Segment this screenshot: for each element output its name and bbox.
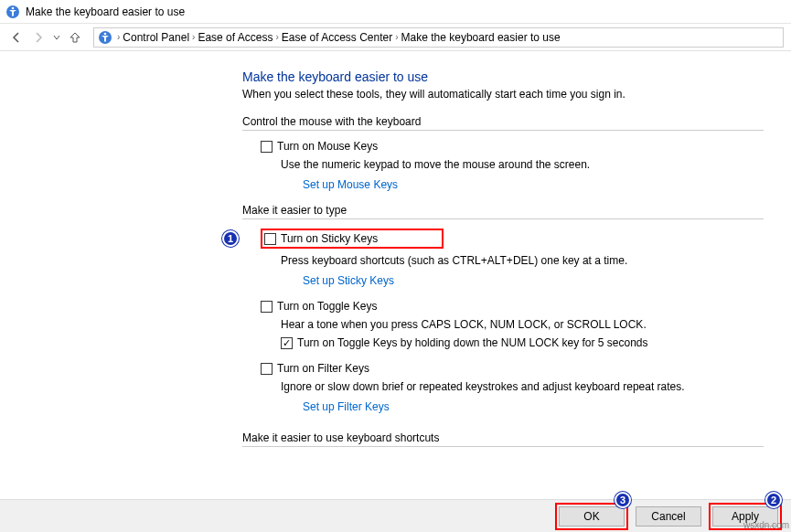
svg-point-3: [104, 32, 107, 35]
mouse-keys-desc: Use the numeric keypad to move the mouse…: [281, 158, 764, 171]
setup-sticky-keys-link[interactable]: Set up Sticky Keys: [303, 274, 764, 287]
page-subheading: When you select these tools, they will a…: [242, 88, 764, 101]
button-bar: 3 OK Cancel 2 Apply: [0, 499, 791, 532]
section-easier-type: Make it easier to type: [242, 204, 764, 219]
svg-point-1: [12, 6, 15, 9]
filter-keys-checkbox[interactable]: [261, 363, 273, 375]
mouse-keys-label[interactable]: Turn on Mouse Keys: [277, 140, 378, 153]
cancel-button[interactable]: Cancel: [636, 506, 701, 527]
accessibility-icon: [98, 30, 112, 45]
toggle-keys-checkbox[interactable]: [261, 301, 273, 313]
setup-mouse-keys-link[interactable]: Set up Mouse Keys: [303, 178, 764, 191]
mouse-keys-checkbox[interactable]: [261, 141, 273, 153]
sticky-keys-label[interactable]: Turn on Sticky Keys: [281, 232, 378, 245]
window-title: Make the keyboard easier to use: [26, 5, 185, 18]
section-control-mouse: Control the mouse with the keyboard: [242, 115, 764, 131]
annotation-marker-3: 3: [615, 492, 631, 508]
option-filter-keys: Turn on Filter Keys Ignore or slow down …: [261, 362, 764, 413]
toggle-keys-label[interactable]: Turn on Toggle Keys: [277, 300, 377, 313]
forward-button[interactable]: [29, 28, 48, 47]
page-heading: Make the keyboard easier to use: [242, 69, 764, 84]
sticky-keys-desc: Press keyboard shortcuts (such as CTRL+A…: [281, 254, 764, 267]
up-button[interactable]: [66, 28, 84, 47]
option-toggle-keys: Turn on Toggle Keys Hear a tone when you…: [261, 300, 764, 349]
breadcrumb-item[interactable]: Control Panel: [123, 31, 189, 44]
option-mouse-keys: Turn on Mouse Keys Use the numeric keypa…: [261, 140, 764, 191]
sticky-keys-checkbox[interactable]: [264, 233, 276, 245]
chevron-right-icon[interactable]: ›: [117, 32, 120, 42]
annotation-marker-2: 2: [765, 492, 782, 508]
section-keyboard-shortcuts: Make it easier to use keyboard shortcuts: [242, 431, 764, 447]
breadcrumb-item[interactable]: Ease of Access: [198, 31, 273, 44]
recent-dropdown[interactable]: [51, 28, 62, 47]
ok-button[interactable]: OK: [559, 506, 625, 527]
navigation-bar: › Control Panel › Ease of Access › Ease …: [0, 24, 791, 51]
accessibility-icon: [5, 5, 20, 19]
breadcrumb-item[interactable]: Ease of Access Center: [282, 31, 392, 44]
filter-keys-label[interactable]: Turn on Filter Keys: [277, 362, 369, 375]
annotation-marker-1: 1: [222, 230, 239, 247]
title-bar: Make the keyboard easier to use: [0, 0, 791, 24]
chevron-right-icon[interactable]: ›: [275, 32, 278, 42]
chevron-right-icon[interactable]: ›: [395, 32, 398, 42]
back-button[interactable]: [7, 28, 26, 47]
toggle-keys-numlock-checkbox[interactable]: [281, 337, 293, 349]
chevron-right-icon[interactable]: ›: [192, 32, 195, 42]
content-area: Make the keyboard easier to use When you…: [0, 51, 791, 499]
watermark: wsxdn.com: [743, 520, 789, 530]
toggle-keys-desc: Hear a tone when you press CAPS LOCK, NU…: [281, 318, 764, 331]
toggle-keys-numlock-label[interactable]: Turn on Toggle Keys by holding down the …: [297, 336, 648, 349]
annotation-highlight-1: Turn on Sticky Keys: [261, 229, 444, 249]
breadcrumb-item[interactable]: Make the keyboard easier to use: [401, 31, 561, 44]
filter-keys-desc: Ignore or slow down brief or repeated ke…: [281, 380, 764, 393]
breadcrumb[interactable]: › Control Panel › Ease of Access › Ease …: [93, 27, 784, 48]
setup-filter-keys-link[interactable]: Set up Filter Keys: [303, 400, 764, 413]
